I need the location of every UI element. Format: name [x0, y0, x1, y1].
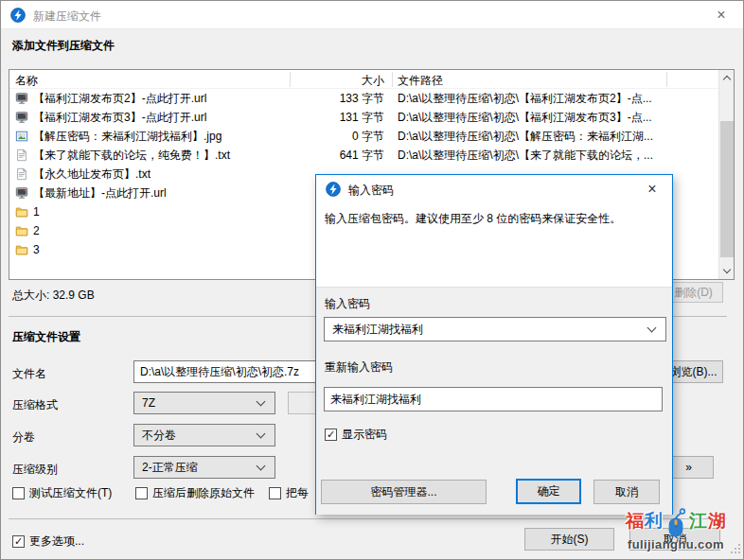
- show-password-checkbox[interactable]: ✓ 显示密码: [325, 427, 387, 443]
- format-label: 压缩格式: [12, 397, 58, 413]
- chevron-down-icon: [257, 397, 266, 407]
- url-file-icon: [15, 111, 28, 124]
- table-row[interactable]: 【福利江湖发布页2】-点此打开.url133 字节D:\a\以整理待压缩\初恋\…: [9, 89, 718, 108]
- table-row[interactable]: 【解压密码：来福利江湖找福利】.jpg0 字节D:\a\以整理待压缩\初恋\【解…: [9, 127, 718, 146]
- table-row[interactable]: 【福利江湖发布页3】-点此打开.url131 字节D:\a\以整理待压缩\初恋\…: [9, 108, 718, 127]
- ok-button[interactable]: 确定: [516, 479, 581, 504]
- filename-label: 文件名: [12, 366, 46, 382]
- chevron-down-icon: [647, 324, 657, 333]
- column-divider: [392, 72, 393, 87]
- more-options-checkbox[interactable]: ✓ 更多选项...: [12, 534, 84, 550]
- close-icon[interactable]: ×: [709, 4, 734, 26]
- file-path: D:\a\以整理待压缩\初恋\【解压密码：来福利江湖...: [398, 127, 700, 146]
- column-divider: [666, 72, 667, 87]
- level-label: 压缩级别: [12, 462, 58, 478]
- chevron-down-icon: [257, 462, 266, 471]
- level-select[interactable]: 2-正常压缩: [133, 456, 275, 479]
- scrollbar-thumb[interactable]: [720, 121, 734, 257]
- column-divider: [290, 72, 291, 87]
- image-file-icon: [15, 130, 28, 143]
- folder-icon: [15, 224, 28, 237]
- file-name: 【来了就能下载的论坛，纯免费！】.txt: [33, 146, 230, 165]
- checkbox-unchecked[interactable]: [135, 487, 148, 499]
- test-archive-checkbox[interactable]: 测试压缩文件(T): [12, 485, 112, 501]
- column-header-name[interactable]: 名称: [15, 73, 38, 89]
- column-header-path[interactable]: 文件路径: [398, 73, 443, 89]
- dialog-description: 输入压缩包密码。建议使用至少 8 位的密码来保证安全性。: [325, 211, 662, 227]
- bandizip-app-icon: [326, 182, 341, 197]
- divider: [9, 518, 727, 519]
- file-name: 【福利江湖发布页3】-点此打开.url: [33, 108, 206, 127]
- window-titlebar: 新建压缩文件 ×: [1, 1, 743, 29]
- partial-hidden-checkbox[interactable]: 把每: [269, 485, 309, 501]
- dialog-cancel-button[interactable]: 取消: [593, 480, 660, 504]
- text-file-icon: [15, 149, 28, 162]
- bandizip-new-archive-window: 新建压缩文件 × 添加文件到压缩文件 名称 大小 文件路径 【福利江湖发布页2】…: [0, 0, 744, 560]
- folder-icon: [15, 205, 28, 219]
- chevron-down-icon: [257, 429, 266, 439]
- file-path: D:\a\以整理待压缩\初恋\【福利江湖发布页3】-点...: [398, 108, 700, 127]
- file-name: 【最新地址】-点此打开.url: [33, 184, 167, 202]
- checkbox-checked[interactable]: ✓: [325, 429, 337, 441]
- checkbox-unchecked[interactable]: [12, 487, 25, 499]
- password-label: 输入密码: [325, 296, 370, 312]
- file-name: 2: [33, 221, 40, 240]
- scroll-down-icon[interactable]: [719, 263, 735, 279]
- password-combobox[interactable]: 来福利江湖找福利: [324, 317, 666, 341]
- vertical-scrollbar[interactable]: [718, 70, 734, 279]
- add-files-section-title: 添加文件到压缩文件: [12, 38, 115, 54]
- file-name: 1: [33, 202, 40, 221]
- file-name: 【福利江湖发布页2】-点此打开.url: [33, 89, 206, 108]
- dialog-title: 输入密码: [348, 183, 394, 199]
- text-file-icon: [15, 167, 28, 181]
- file-path: D:\a\以整理待压缩\初恋\【福利江湖发布页2】-点...: [398, 89, 700, 108]
- url-file-icon: [15, 186, 28, 200]
- reenter-password-label: 重新输入密码: [325, 359, 393, 376]
- reenter-password-input[interactable]: [324, 387, 663, 411]
- file-size: 131 字节: [297, 108, 384, 127]
- url-file-icon: [15, 92, 28, 105]
- column-header-size[interactable]: 大小: [297, 73, 384, 89]
- file-size: 0 字节: [297, 127, 384, 146]
- checkbox-unchecked[interactable]: [269, 487, 281, 499]
- bandizip-app-icon: [10, 8, 26, 23]
- folder-icon: [15, 243, 28, 256]
- file-size: 641 字节: [297, 146, 384, 165]
- window-title: 新建压缩文件: [33, 9, 101, 25]
- archive-settings-section-title: 压缩文件设置: [12, 329, 80, 345]
- volume-label: 分卷: [12, 429, 35, 446]
- main-cancel-button[interactable]: 取消: [629, 528, 720, 551]
- password-manager-button[interactable]: 密码管理器...: [321, 480, 487, 504]
- format-select[interactable]: 7Z: [133, 392, 275, 414]
- total-size-label: 总大小: 32.9 GB: [12, 288, 95, 304]
- file-name: 3: [33, 240, 40, 259]
- close-icon[interactable]: ×: [640, 178, 664, 201]
- file-path: D:\a\以整理待压缩\初恋\【来了就能下载的论坛，...: [398, 146, 700, 165]
- enter-password-dialog: 输入密码 × 输入压缩包密码。建议使用至少 8 位的密码来保证安全性。 输入密码…: [315, 174, 673, 515]
- file-name: 【永久地址发布页】.txt: [33, 165, 151, 184]
- file-size: 133 字节: [297, 89, 384, 108]
- dialog-titlebar: 输入密码 ×: [316, 175, 672, 203]
- resize-grip[interactable]: [729, 542, 741, 557]
- file-name: 【解压密码：来福利江湖找福利】.jpg: [33, 127, 221, 146]
- start-button[interactable]: 开始(S): [524, 528, 614, 551]
- delete-after-checkbox[interactable]: 压缩后删除原始文件: [135, 485, 255, 501]
- scroll-up-icon[interactable]: [719, 70, 735, 86]
- checkbox-checked[interactable]: ✓: [12, 535, 25, 548]
- volume-select[interactable]: 不分卷: [133, 424, 275, 446]
- table-row[interactable]: 【来了就能下载的论坛，纯免费！】.txt641 字节D:\a\以整理待压缩\初恋…: [9, 146, 718, 165]
- file-list-header[interactable]: 名称 大小 文件路径: [9, 70, 734, 89]
